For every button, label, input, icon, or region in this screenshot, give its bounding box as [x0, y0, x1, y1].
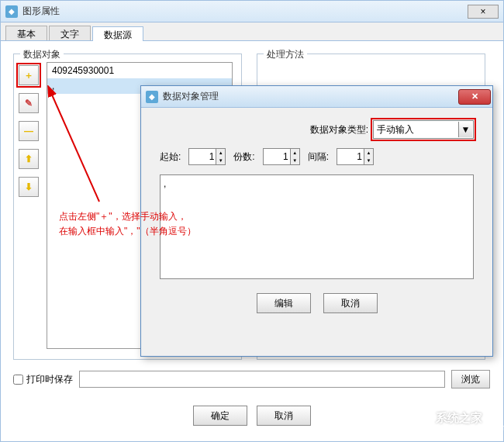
spin-buttons[interactable]: ▲▼: [290, 149, 299, 164]
start-spinner[interactable]: 1 ▲▼: [188, 148, 226, 165]
app-icon: ◆: [5, 5, 18, 18]
pencil-icon: ✎: [25, 98, 33, 109]
remove-button[interactable]: —: [19, 121, 39, 141]
type-label: 数据对象类型:: [310, 123, 368, 136]
spin-buttons[interactable]: ▲▼: [364, 149, 373, 164]
dialog-cancel-button[interactable]: 取消: [323, 293, 378, 313]
value-textarea[interactable]: ,: [160, 174, 474, 279]
type-row: 数据对象类型: 手动输入 ▼: [160, 120, 474, 139]
data-object-toolbar: ＋ ✎ — ⬆ ⬇: [19, 65, 43, 197]
print-save-checkbox-wrap[interactable]: 打印时保存: [13, 373, 73, 386]
watermark-brand: 系统之家: [436, 412, 504, 425]
minus-icon: —: [24, 126, 33, 136]
dialog-footer: 编辑 取消: [160, 293, 474, 313]
tab-basic[interactable]: 基本: [5, 26, 47, 40]
start-label: 起始:: [160, 150, 181, 164]
window-close-button[interactable]: ×: [468, 5, 499, 19]
list-item[interactable]: 409245930001: [47, 63, 232, 78]
type-value: 手动输入: [377, 123, 414, 136]
interval-label: 间隔:: [308, 150, 329, 164]
spin-buttons[interactable]: ▲▼: [216, 149, 225, 164]
dialog-close-button[interactable]: ✕: [458, 89, 491, 105]
copies-spinner[interactable]: 1 ▲▼: [263, 148, 300, 165]
house-icon: [397, 408, 431, 436]
dialog-icon: ◆: [146, 91, 158, 103]
fieldset-process-method-legend: 处理方法: [264, 48, 307, 61]
main-titlebar: ◆ 图形属性 ×: [1, 1, 503, 22]
interval-spinner[interactable]: 1 ▲▼: [337, 148, 374, 165]
plus-icon: ＋: [24, 69, 33, 82]
print-save-checkbox[interactable]: [13, 375, 23, 385]
watermark-url: XITONGZHIJIA.NET: [436, 424, 504, 432]
move-up-button[interactable]: ⬆: [19, 149, 39, 169]
watermark: 系统之家 XITONGZHIJIA.NET: [397, 408, 504, 436]
arrow-up-icon: ⬆: [25, 154, 33, 164]
dialog-edit-button[interactable]: 编辑: [257, 293, 311, 313]
dialog-body: 数据对象类型: 手动输入 ▼ 起始: 1 ▲▼ 份数: 1 ▲▼ 间隔: 1 ▲…: [141, 108, 492, 326]
tabs: 基本 文字 数据源: [1, 22, 503, 41]
type-combobox[interactable]: 手动输入 ▼: [373, 120, 474, 139]
dialog-title: 数据对象管理: [163, 90, 458, 103]
cancel-button[interactable]: 取消: [257, 406, 311, 426]
copies-label: 份数:: [233, 150, 254, 164]
data-object-manage-dialog: ◆ 数据对象管理 ✕ 数据对象类型: 手动输入 ▼ 起始: 1 ▲▼ 份数: 1…: [140, 85, 493, 357]
dialog-titlebar: ◆ 数据对象管理 ✕: [141, 86, 492, 108]
ok-button[interactable]: 确定: [193, 406, 247, 426]
path-input[interactable]: [79, 371, 445, 388]
tab-text[interactable]: 文字: [49, 26, 91, 40]
add-button[interactable]: ＋: [19, 65, 39, 85]
arrow-down-icon: ⬇: [25, 181, 33, 192]
print-save-label: 打印时保存: [26, 373, 73, 386]
numbers-row: 起始: 1 ▲▼ 份数: 1 ▲▼ 间隔: 1 ▲▼: [160, 148, 474, 165]
browse-button[interactable]: 浏览: [451, 370, 490, 388]
edit-button[interactable]: ✎: [19, 93, 39, 113]
tab-datasource[interactable]: 数据源: [92, 26, 143, 41]
move-down-button[interactable]: ⬇: [19, 177, 39, 197]
fieldset-data-object-legend: 数据对象: [20, 48, 64, 61]
window-title: 图形属性: [22, 5, 468, 18]
chevron-down-icon: ▼: [458, 122, 472, 137]
bottom-row: 打印时保存 浏览: [13, 370, 490, 388]
